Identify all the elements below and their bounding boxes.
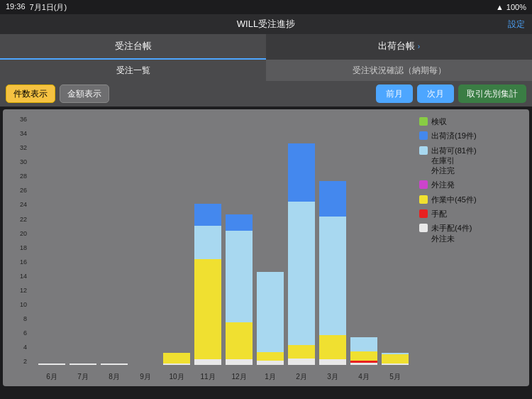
y-label: 32 [3,145,30,151]
bar-stack [288,130,315,365]
bar-segment-lightBlue [226,231,253,322]
bar-group [288,116,315,365]
next-month-button[interactable]: 次月 [417,84,454,103]
bar-segment-lightBlue [288,202,315,345]
bar-group [101,116,128,365]
legend-color-box [419,146,428,155]
y-label: 34 [3,131,30,137]
x-label: 3月 [319,372,346,382]
legend-label: 外注発 [431,180,455,190]
legend-label: 作業中(45件) [431,195,477,204]
bar-segment-white [350,363,377,365]
bar-segment-yellow [319,335,346,359]
tab-orders-label: 受注台帳 [115,40,152,53]
settings-link[interactable]: 設定 [508,18,525,31]
amount-display-button[interactable]: 金額表示 [60,84,109,103]
sub-tab-list[interactable]: 受注一覧 [0,60,266,81]
bar-stack [226,172,253,365]
legend-item: 検収 [419,116,522,126]
legend-item: 作業中(45件) [419,195,522,204]
x-label: 5月 [382,372,409,382]
chart-area: 24681012141618202224262830323436 6月7月8月9… [3,109,529,386]
bar-segment-white [194,359,221,365]
bar-segment-white [70,364,96,365]
bar-group [350,116,377,365]
legend-label: 手配 [431,209,447,219]
legend-item: 外注発 [419,180,522,190]
bar-group [226,116,253,365]
bar-segment-lightBlue [194,226,221,259]
legend-color-box [419,209,428,218]
count-display-button[interactable]: 件数表示 [6,84,55,103]
bar-segment-white [319,359,346,365]
bar-segment-lightBlue [319,217,346,335]
y-label: 22 [3,217,30,223]
bar-group [163,116,190,365]
y-label: 12 [3,288,30,294]
bar-segment-yellow [226,322,253,360]
bar-stack [38,358,65,365]
x-label: 12月 [226,372,253,382]
legend-item: 出荷可(81件) 在庫引 外注完 [419,146,522,176]
bar-segment-yellow [382,354,409,364]
bar-group [194,116,221,365]
bar-group [319,116,346,365]
y-axis-labels: 24681012141618202224262830323436 [3,116,30,365]
bar-group [382,116,409,365]
aggregate-button[interactable]: 取引先別集計 [458,84,526,103]
bar-stack [257,213,284,365]
bar-segment-white [101,364,128,365]
tab-shipping[interactable]: 出荷台帳 › [266,34,532,60]
y-label: 2 [3,359,30,365]
battery-indicator: 100% [506,3,526,11]
toolbar: 件数表示 金額表示 前月 次月 取引先別集計 [0,81,532,106]
sub-tab-list-label: 受注一覧 [116,65,150,77]
legend-item: 出荷済(19件) [419,131,522,141]
bar-segment-yellow [257,352,284,361]
legend-color-box [419,117,428,126]
tab-orders[interactable]: 受注台帳 [0,34,266,60]
bar-segment-yellow [350,351,377,361]
legend-color-box [419,195,428,204]
y-label: 26 [3,187,30,194]
legend-color-box [419,180,428,189]
bar-stack [350,282,377,365]
y-label: 24 [3,202,30,208]
bar-segment-yellow [163,353,190,364]
bar-stack [319,151,346,365]
bar-segment-blue [319,181,346,217]
y-label: 28 [3,173,30,180]
legend-color-box [419,131,428,140]
x-label: 2月 [288,372,315,382]
sub-tab-bar: 受注一覧 受注状況確認（納期毎） [0,60,532,81]
x-label: 6月 [38,372,65,382]
x-label: 1月 [257,372,284,382]
y-label: 8 [3,316,30,322]
status-bar: 19:36 7月1日(月) ▲ 100% [0,0,532,14]
y-label: 20 [3,231,30,237]
bar-segment-blue [288,143,315,202]
legend-label: 検収 [431,116,447,126]
legend-item: 手配 [419,209,522,219]
y-label: 6 [3,330,30,337]
y-label: 30 [3,159,30,165]
x-label: 9月 [132,372,159,382]
bar-segment-lightBlue [257,272,284,352]
wifi-icon: ▲ [496,3,504,11]
legend-label: 未手配(4件) 外注未 [431,223,472,244]
bar-segment-white [226,359,253,365]
bar-segment-white [163,364,190,365]
legend-label: 出荷可(81件) 在庫引 外注完 [431,146,477,176]
chevron-right-icon: › [418,43,420,50]
x-label: 11月 [194,372,221,382]
sub-tab-status[interactable]: 受注状況確認（納期毎） [266,60,532,81]
prev-month-button[interactable]: 前月 [376,84,413,103]
legend-label: 出荷済(19件) [431,131,477,141]
title-bar: WILL受注進捗 設定 [0,14,532,34]
y-label: 36 [3,116,30,123]
chart-legend: 検収出荷済(19件)出荷可(81件) 在庫引 外注完外注発作業中(45件)手配未… [419,116,522,244]
status-date: 7月1日(月) [30,2,67,13]
y-label: 18 [3,245,30,251]
x-axis-labels: 6月7月8月9月10月11月12月1月2月3月4月5月 [31,372,416,382]
bar-segment-lightBlue [350,337,377,351]
